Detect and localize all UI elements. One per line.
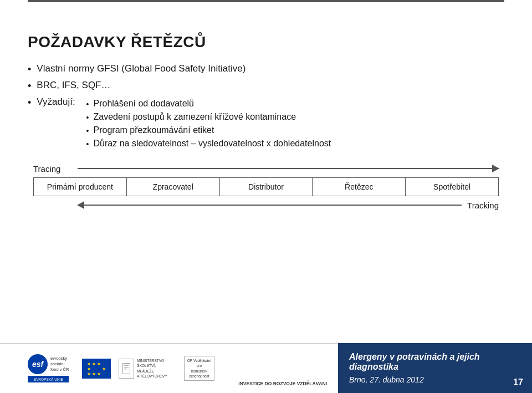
svg-rect-0 [123,363,130,374]
tracing-arrowhead [492,165,499,172]
footer-info: Alergeny v potravinách a jejich diagnost… [338,343,532,393]
slide-title: POŽADAVKY ŘETĚZCŮ [28,33,504,51]
chain-boxes: Primární producent Zpracovatel Distribut… [33,177,499,196]
chain-box-0: Primární producent [33,177,127,196]
top-decorative-line [28,0,504,2]
tracking-label-right: Tracking [467,201,499,210]
bullet-1: Vlastní normy GFSI (Global Food Safety I… [28,63,504,75]
sub-bullet: Prohlášení od dodavatelů [86,99,331,109]
chain-box-4: Spotřebitel [406,177,499,196]
tracking-arrow-line [78,205,462,206]
bullet-2-text: BRC, IFS, SQF… [37,80,110,91]
bullet-1-text: Vlastní normy GFSI (Global Food Safety I… [37,63,245,74]
main-bullet-list: Vlastní normy GFSI (Global Food Safety I… [28,63,504,152]
slide: POŽADAVKY ŘETĚZCŮ Vlastní normy GFSI (Gl… [0,0,532,393]
chain-box-1: Zpracovatel [127,177,220,196]
footer: esf evropský sociální fond v ČR EVROPSKÁ… [0,343,532,393]
bullet-3-text: Vyžadují: [37,96,75,108]
bullet-3: Vyžadují: Prohlášení od dodavatelůZavede… [28,96,504,152]
tracking-arrow-container [78,200,462,211]
chain-box-3: Řetězec [313,177,406,196]
logo-msmt: MINISTERSTVO ŠKOLSTVÍ, MLÁDEŽE A TĚLOVÝC… [119,358,175,378]
tracing-arrow-line [78,168,499,169]
tracing-arrow-container [78,163,499,174]
sub-bullet: Zavedení postupů k zamezení křížové kont… [86,112,331,122]
investice-text: INVESTICE DO ROZVOJE VZDĚLÁVÁNÍ [238,381,327,389]
tracking-row: Tracking [33,200,499,211]
logo-op: OP Vzdělávání pro konkuren- ceschopnost [184,356,222,380]
footer-presentation-title: Alergeny v potravinách a jejich diagnost… [349,352,521,372]
esf-eu-label: evropský [50,356,69,361]
chain-box-2: Distributor [220,177,313,196]
tracking-arrowhead [77,201,84,209]
msmt-icon [122,361,131,376]
bullet-2: BRC, IFS, SQF… [28,80,504,92]
esf-logo-text: esf [32,360,43,369]
tracing-tracking-diagram: Tracing Primární producent Zpracovatel D… [28,163,504,211]
sub-bullet-list: Prohlášení od dodavatelůZavedení postupů… [86,99,331,152]
footer-date: Brno, 27. dubna 2012 [349,375,521,384]
logo-eu-flag: ★ ★ ★ ★ ★ ★ ★ ★ ★ ★ ★ ★ [82,359,111,379]
page-number: 17 [513,377,523,387]
tracing-row: Tracing [33,163,499,174]
footer-logos: esf evropský sociální fond v ČR EVROPSKÁ… [0,343,338,393]
tracing-label: Tracing [33,164,78,173]
sub-bullet: Důraz na sledovatelnost – vysledovatelno… [86,139,331,149]
sub-bullet: Program přezkoumávání etiket [86,125,331,135]
eu-label: EVROPSKÁ UNIE [34,377,63,381]
logo-esf: esf evropský sociální fond v ČR EVROPSKÁ… [28,354,73,382]
